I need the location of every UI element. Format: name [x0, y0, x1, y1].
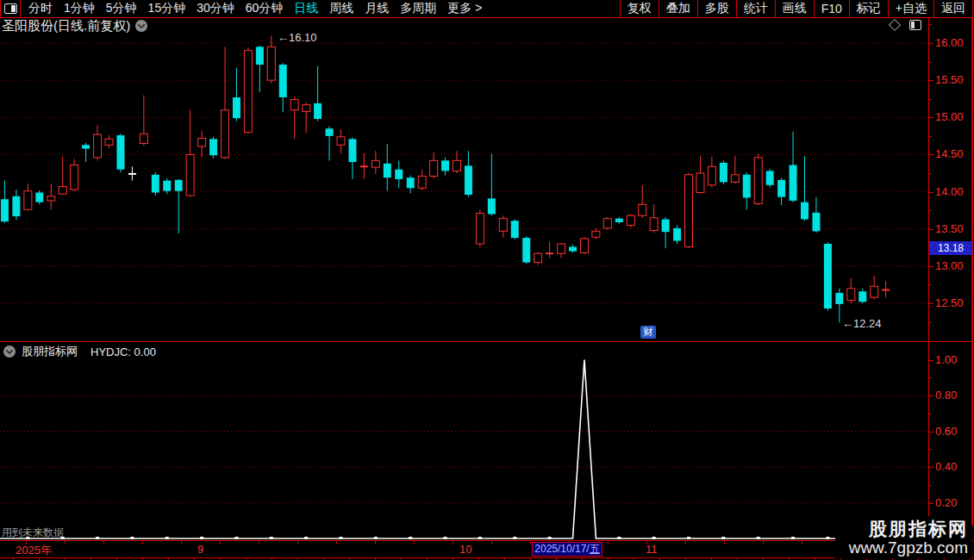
action-统计[interactable]: 统计	[736, 0, 775, 17]
price-label-13.00: 13.00	[935, 259, 964, 272]
period-tab-60分钟[interactable]: 60分钟	[246, 1, 284, 16]
indicator-label-0.80: 0.80	[935, 389, 957, 401]
action-复权[interactable]: 复权	[620, 0, 659, 17]
price-minor-tick	[928, 284, 932, 285]
stock-chart-window: 分时1分钟5分钟15分钟30分钟60分钟日线周线月线多周期更多 > 复权叠加多股…	[0, 0, 974, 560]
layout-toggle-button[interactable]	[0, 0, 21, 17]
time-label-11: 11	[646, 543, 658, 556]
price-label-12.50: 12.50	[935, 296, 964, 309]
price-minor-tick	[928, 62, 932, 63]
time-label-2025年: 2025年	[16, 543, 52, 558]
indicator-minor-tick	[928, 485, 932, 486]
indicator-line	[0, 360, 886, 539]
action-+自选[interactable]: +自选	[888, 0, 933, 17]
price-tick	[928, 43, 933, 44]
indicator-label-0.40: 0.40	[935, 460, 957, 473]
indicator-header: 股朋指标网 HYDJC: 0.00	[3, 344, 156, 359]
price-tick	[928, 192, 933, 193]
indicator-minor-tick	[928, 377, 932, 378]
price-minor-tick	[928, 173, 932, 174]
action-叠加[interactable]: 叠加	[659, 0, 697, 17]
period-tab-周线[interactable]: 周线	[329, 1, 353, 16]
financial-report-badge[interactable]: 财	[640, 326, 656, 339]
period-tab-15分钟[interactable]: 15分钟	[148, 1, 186, 16]
last-price-tag: 13.18	[929, 241, 972, 255]
indicator-tick	[928, 503, 933, 504]
time-tick	[65, 541, 66, 544]
time-tick	[336, 541, 337, 544]
diamond-icon[interactable]	[889, 19, 901, 31]
time-tick	[414, 541, 415, 544]
time-tick	[142, 541, 143, 544]
period-tab-5分钟[interactable]: 5分钟	[106, 1, 137, 16]
action-多股[interactable]: 多股	[697, 0, 736, 17]
time-tick	[297, 541, 298, 544]
time-tick	[802, 541, 802, 544]
watermark-url: www.7gpzb.com	[849, 538, 968, 557]
period-menu: 分时1分钟5分钟15分钟30分钟60分钟日线周线月线多周期更多 >	[21, 0, 620, 17]
time-label-9: 9	[197, 543, 203, 556]
period-tab-月线[interactable]: 月线	[365, 1, 389, 16]
title-row: 圣阳股份(日线.前复权)	[2, 18, 147, 34]
time-tick	[220, 541, 221, 544]
watermark-site-name: 股朋指标网	[849, 519, 968, 538]
candlestick-series	[0, 35, 890, 322]
price-label-15.00: 15.00	[935, 110, 964, 123]
time-tick	[763, 541, 764, 544]
indicator-tick	[928, 395, 933, 396]
toolbar: 分时1分钟5分钟15分钟30分钟60分钟日线周线月线多周期更多 > 复权叠加多股…	[0, 0, 973, 18]
price-minor-tick	[928, 322, 932, 323]
period-tab-更多 >[interactable]: 更多 >	[447, 1, 482, 16]
time-tick	[608, 541, 609, 544]
period-tab-30分钟[interactable]: 30分钟	[197, 1, 234, 16]
price-minor-tick	[928, 210, 932, 211]
action-menu: 复权叠加多股统计画线F10标记+自选返回	[620, 0, 973, 17]
time-tick	[530, 541, 531, 544]
action-画线[interactable]: 画线	[775, 0, 814, 17]
price-label-14.50: 14.50	[935, 147, 964, 160]
crosshair-date-tag: 2025/10/17/五	[532, 542, 603, 557]
chevron-down-icon[interactable]	[135, 20, 147, 32]
period-tab-分时[interactable]: 分时	[28, 1, 53, 16]
chevron-down-icon[interactable]	[3, 345, 16, 358]
time-tick	[453, 541, 453, 544]
action-F10[interactable]: F10	[814, 0, 849, 17]
period-tab-多周期[interactable]: 多周期	[400, 1, 436, 16]
price-tick	[928, 303, 933, 304]
time-label-10: 10	[459, 543, 471, 556]
price-minor-tick	[928, 136, 932, 137]
time-tick	[103, 541, 104, 544]
time-tick	[724, 541, 725, 544]
period-tab-1分钟[interactable]: 1分钟	[64, 1, 95, 16]
indicator-tick	[928, 360, 933, 361]
period-tab-日线[interactable]: 日线	[294, 1, 318, 16]
time-tick	[181, 541, 182, 544]
price-tick	[928, 229, 933, 230]
indicator-source-label: 股朋指标网	[22, 344, 78, 359]
price-tick	[928, 154, 933, 155]
high-price-annotation: ←16.10	[278, 31, 317, 44]
indicator-gridlines	[0, 395, 928, 503]
panel-icon[interactable]	[909, 20, 921, 30]
indicator-minor-tick	[928, 414, 932, 414]
price-tick	[928, 80, 933, 81]
price-label-13.50: 13.50	[935, 222, 964, 235]
time-tick	[685, 541, 686, 544]
main-candlestick-chart[interactable]	[0, 17, 928, 342]
action-返回[interactable]: 返回	[933, 0, 972, 17]
price-minor-tick	[928, 24, 932, 25]
price-gridlines	[0, 43, 928, 303]
price-label-15.50: 15.50	[935, 73, 964, 86]
time-tick	[491, 541, 492, 544]
indicator-chart[interactable]	[0, 342, 928, 540]
indicator-label-0.60: 0.60	[935, 425, 957, 438]
action-标记[interactable]: 标记	[849, 0, 888, 17]
indicator-label-0.20: 0.20	[935, 496, 957, 509]
price-minor-tick	[928, 99, 932, 100]
panel-separator[interactable]	[0, 341, 974, 342]
time-tick	[375, 541, 376, 544]
indicator-minor-tick	[928, 449, 932, 450]
window-right-border	[971, 17, 973, 526]
indicator-label-1.00: 1.00	[935, 353, 957, 366]
chart-title: 圣阳股份(日线.前复权)	[2, 18, 130, 34]
